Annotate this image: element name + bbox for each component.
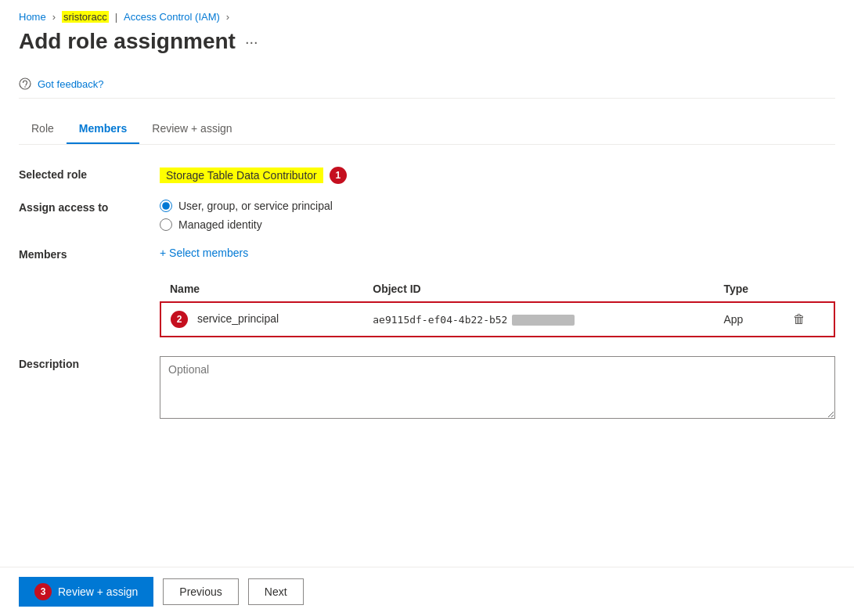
role-step-badge: 1 bbox=[330, 167, 347, 184]
delete-row-button[interactable]: 🗑 bbox=[793, 312, 805, 326]
row-step-badge: 2 bbox=[171, 311, 188, 328]
select-members-link[interactable]: + Select members bbox=[160, 247, 248, 259]
selected-role-label: Selected role bbox=[19, 167, 160, 181]
row-delete-cell: 🗑 bbox=[784, 302, 834, 337]
role-badge: Storage Table Data Contributor 1 bbox=[160, 167, 347, 184]
page-title-row: Add role assignment ··· bbox=[19, 29, 835, 54]
tab-members[interactable]: Members bbox=[67, 114, 139, 144]
tab-role[interactable]: Role bbox=[19, 114, 67, 144]
table-header-row: Name Object ID Type bbox=[160, 276, 834, 302]
svg-point-1 bbox=[24, 86, 26, 88]
svg-point-0 bbox=[20, 78, 31, 89]
radio-user-group[interactable]: User, group, or service principal bbox=[160, 200, 835, 212]
assign-access-row: Assign access to User, group, or service… bbox=[19, 200, 835, 231]
assign-access-content: User, group, or service principal Manage… bbox=[160, 200, 835, 231]
feedback-icon bbox=[19, 77, 31, 90]
radio-user-group-label: User, group, or service principal bbox=[178, 200, 333, 212]
object-id-redacted bbox=[512, 315, 575, 326]
members-table: Name Object ID Type 2 service_principal … bbox=[160, 276, 835, 337]
form-section: Selected role Storage Table Data Contrib… bbox=[19, 167, 835, 421]
object-id-text: ae9115df-ef04-4b22-b52 bbox=[373, 314, 507, 326]
breadcrumb-resource[interactable]: sristoracc bbox=[62, 11, 109, 23]
radio-managed-identity-input[interactable] bbox=[160, 218, 172, 231]
members-label: Members bbox=[19, 247, 160, 261]
selected-role-content: Storage Table Data Contributor 1 bbox=[160, 167, 835, 184]
row-type-cell: App bbox=[714, 302, 783, 337]
description-textarea[interactable] bbox=[160, 356, 835, 419]
members-row: Members + Select members bbox=[19, 247, 835, 261]
radio-managed-identity[interactable]: Managed identity bbox=[160, 218, 835, 231]
radio-managed-identity-label: Managed identity bbox=[178, 218, 262, 231]
row-name-cell: 2 service_principal bbox=[160, 302, 363, 337]
feedback-label[interactable]: Got feedback? bbox=[38, 78, 104, 90]
feedback-bar: Got feedback? bbox=[19, 70, 835, 99]
radio-group: User, group, or service principal Manage… bbox=[160, 200, 835, 231]
tab-review-assign[interactable]: Review + assign bbox=[139, 114, 244, 144]
members-content: + Select members bbox=[160, 247, 835, 259]
member-name: service_principal bbox=[197, 312, 279, 325]
page-title: Add role assignment bbox=[19, 29, 236, 54]
breadcrumb: Home › sristoracc | Access Control (IAM)… bbox=[19, 0, 835, 29]
table-row: 2 service_principal ae9115df-ef04-4b22-b… bbox=[160, 302, 834, 337]
breadcrumb-section[interactable]: Access Control (IAM) bbox=[124, 11, 220, 23]
col-type-header: Type bbox=[714, 276, 783, 302]
title-more-button[interactable]: ··· bbox=[245, 33, 258, 51]
row-objectid-cell: ae9115df-ef04-4b22-b52 bbox=[363, 302, 714, 337]
tabs-container: Role Members Review + assign bbox=[19, 114, 835, 145]
breadcrumb-home[interactable]: Home bbox=[19, 11, 46, 23]
col-name-header: Name bbox=[160, 276, 363, 302]
radio-user-group-input[interactable] bbox=[160, 200, 172, 212]
col-objectid-header: Object ID bbox=[363, 276, 714, 302]
role-name: Storage Table Data Contributor bbox=[160, 168, 323, 183]
description-row: Description bbox=[19, 356, 835, 421]
members-table-wrap: Name Object ID Type 2 service_principal … bbox=[160, 276, 835, 337]
description-label: Description bbox=[19, 356, 160, 370]
description-content bbox=[160, 356, 835, 421]
assign-access-label: Assign access to bbox=[19, 200, 160, 214]
selected-role-row: Selected role Storage Table Data Contrib… bbox=[19, 167, 835, 184]
col-actions-header bbox=[784, 276, 834, 302]
